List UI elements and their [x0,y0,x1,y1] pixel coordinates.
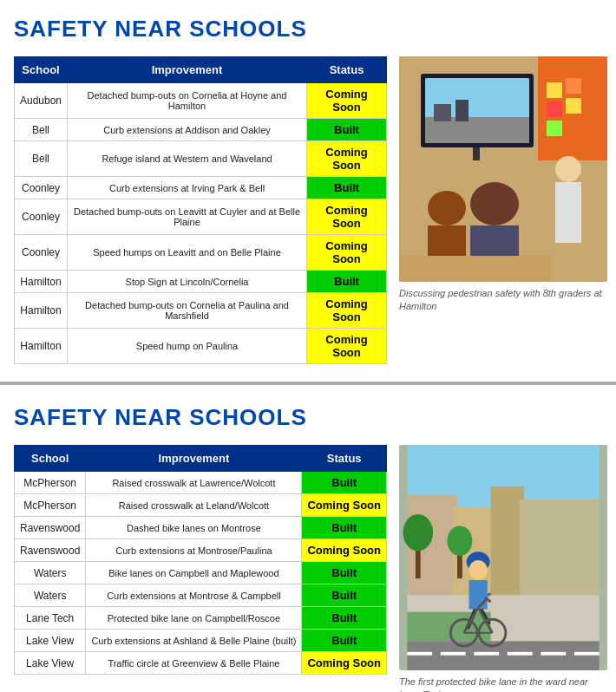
cell-school: Waters [15,584,86,607]
svg-rect-15 [399,256,551,282]
cell-status: Coming Soon [306,83,386,119]
cell-status: Built [302,607,387,630]
table-row: HamiltonStop Sign at Lincoln/CorneliaBui… [15,271,387,293]
svg-rect-16 [547,82,562,98]
col-header-improvement-2: Improvement [86,446,302,472]
table-row: WatersBike lanes on Campbell and Maplewo… [15,562,387,584]
svg-rect-31 [407,612,490,642]
cell-status: Coming Soon [306,293,386,329]
cell-school: Hamilton [15,329,68,364]
section-1-content: School Improvement Status AudubonDetache… [14,56,602,364]
svg-rect-6 [434,104,451,121]
table-row: Lake ViewTraffic circle at Greenview & B… [15,652,387,675]
section-1-photo-wrap: Discussing pedestrian safety with 8th gr… [399,56,607,314]
cell-improvement: Curb extensions at Irving Park & Bell [68,177,307,199]
cell-improvement: Detached bump-outs on Cornelia at Paulin… [68,293,307,329]
svg-point-11 [470,182,519,225]
cell-school: Coonley [15,235,68,271]
table-row: RavenswoodCurb extensions at Montrose/Pa… [15,539,387,562]
cell-status: Built [302,584,387,607]
section-divider [0,382,616,385]
table-row: Lake ViewCurb extensions at Ashland & Be… [15,630,387,652]
section-1-photo [399,56,607,282]
cell-school: Waters [15,562,86,584]
cell-status: Coming Soon [302,652,387,675]
cell-improvement: Refuge island at Western and Waveland [68,141,307,177]
section-2-photo-caption: The first protected bike lane in the war… [399,676,607,692]
table-row: HamiltonSpeed hump on PaulinaComing Soon [15,329,387,364]
table-row: McPhersonRaised crosswalk at Leland/Wolc… [15,494,387,517]
svg-rect-14 [555,182,581,243]
svg-rect-34 [441,652,466,656]
table-row: Lane TechProtected bike lane on Campbell… [15,607,387,630]
svg-point-9 [428,191,466,225]
svg-rect-35 [474,652,499,656]
cell-school: Hamilton [15,271,68,293]
col-header-status-2: Status [302,446,387,472]
svg-rect-38 [574,652,600,656]
cell-improvement: Raised crosswalk at Lawrence/Wolcott [86,472,302,494]
section-1-title: SAFETY NEAR SCHOOLS [14,16,602,42]
table-row: CoonleyDetached bump-outs on Leavitt at … [15,199,387,235]
cell-school: Lake View [15,652,86,675]
section-1-photo-caption: Discussing pedestrian safety with 8th gr… [399,287,607,314]
cell-improvement: Raised crosswalk at Leland/Wolcott [86,494,302,517]
cell-improvement: Detached bump-outs on Cornelia at Hoyne … [68,83,307,119]
cell-school: McPherson [15,472,86,494]
section-2-title: SAFETY NEAR SCHOOLS [14,404,602,431]
section-1-table: School Improvement Status AudubonDetache… [14,56,387,364]
cell-status: Built [302,630,387,652]
svg-rect-25 [520,499,599,596]
cell-status: Coming Soon [306,235,386,271]
table-row: McPhersonRaised crosswalk at Lawrence/Wo… [15,472,387,494]
svg-point-29 [447,526,472,556]
table-row: CoonleyCurb extensions at Irving Park & … [15,177,387,199]
cell-school: Lake View [15,630,86,652]
svg-rect-18 [547,101,562,117]
section-2-table: School Improvement Status McPhersonRaise… [14,445,387,675]
cell-school: Bell [15,119,68,141]
section-2-content: School Improvement Status McPhersonRaise… [14,445,602,692]
cell-status: Coming Soon [306,199,386,235]
section-1: SAFETY NEAR SCHOOLS School Improvement S… [0,0,616,378]
col-header-status-1: Status [306,57,386,83]
col-header-school-1: School [15,57,68,83]
cell-status: Built [302,517,387,539]
table-row: WatersCurb extensions at Montrose & Camp… [15,584,387,607]
section-2-photo-wrap: The first protected bike lane in the war… [399,445,607,692]
cell-school: Coonley [15,177,68,199]
cell-school: Audubon [15,83,68,119]
cell-status: Built [306,119,386,141]
col-header-improvement-1: Improvement [68,57,307,83]
cell-status: Coming Soon [302,494,387,517]
table-row: RavenswoodDashed bike lanes on MontroseB… [15,517,387,539]
col-header-school-2: School [15,446,86,472]
cell-school: Bell [15,141,68,177]
svg-rect-36 [508,652,533,656]
svg-point-27 [403,514,433,551]
table-row: BellRefuge island at Western and Wavelan… [15,141,387,177]
svg-point-40 [469,560,488,580]
cell-school: Ravenswood [15,517,86,539]
svg-rect-20 [547,121,562,136]
cell-improvement: Speed hump on Paulina [68,329,307,364]
table-row: HamiltonDetached bump-outs on Cornelia a… [15,293,387,329]
cell-improvement: Curb extensions at Montrose/Paulina [86,539,302,562]
svg-rect-17 [566,78,581,94]
cell-school: Hamilton [15,293,68,329]
cell-improvement: Stop Sign at Lincoln/Cornelia [68,271,307,293]
cell-status: Coming Soon [306,329,386,364]
cell-status: Built [302,562,387,584]
cell-school: McPherson [15,494,86,517]
svg-rect-33 [407,652,432,656]
cell-status: Coming Soon [306,141,386,177]
cell-status: Coming Soon [302,539,387,562]
svg-rect-32 [407,641,599,670]
svg-point-13 [555,156,581,182]
cell-improvement: Bike lanes on Campbell and Maplewood [86,562,302,584]
svg-rect-7 [455,100,469,121]
cell-status: Built [302,472,387,494]
section-2-table-wrap: School Improvement Status McPhersonRaise… [14,445,387,675]
cell-improvement: Curb extensions at Addison and Oakley [68,119,307,141]
section-2: SAFETY NEAR SCHOOLS School Improvement S… [0,388,616,692]
